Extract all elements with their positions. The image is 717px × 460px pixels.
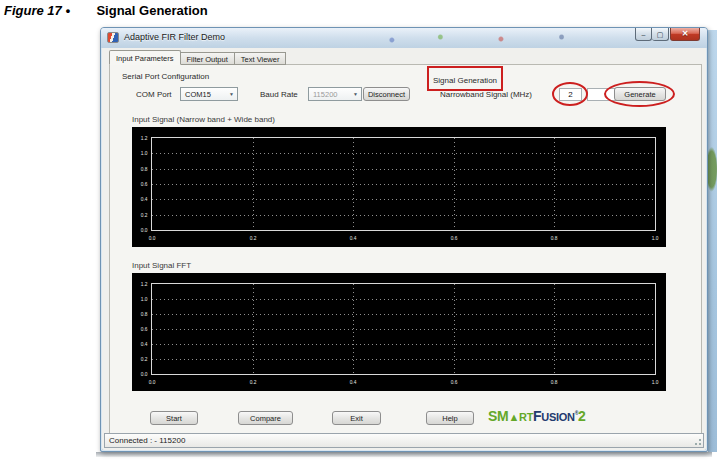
horizontal-gridline [152,299,655,300]
y-axis-tick-label: 1.0 [136,297,148,302]
maximize-button[interactable]: ▢ [652,28,669,41]
y-axis-tick-label: 0.4 [136,342,148,347]
exit-button[interactable]: Exit [332,411,381,425]
serial-port-config-label: Serial Port Configuration [122,72,209,81]
x-axis-tick-label: 0.4 [350,236,357,241]
help-button[interactable]: Help [426,411,474,425]
logo-text-2: 2 [578,408,586,424]
vertical-gridline [253,138,254,230]
x-axis-tick-label: 0.0 [149,380,156,385]
window-titlebar[interactable]: Adaptive FIR Filter Demo – ▢ ✕ [101,28,707,48]
annotation-circle-value [552,82,588,106]
vertical-gridline [454,284,455,374]
app-window: Adaptive FIR Filter Demo – ▢ ✕ Input Par… [100,27,708,452]
smartfusion2-logo: SM▲RTFUSION®2 [488,407,586,425]
x-axis-tick-label: 0.8 [551,236,558,241]
vertical-gridline [253,284,254,374]
start-button[interactable]: Start [150,411,198,425]
x-axis-tick-label: 0.6 [450,236,457,241]
logo-text-sm: SM [488,408,508,424]
vertical-gridline [554,138,555,230]
y-axis-tick-label: 0.0 [136,372,148,377]
figure-page: Figure 17 • Signal Generation Adaptive F… [0,0,717,460]
horizontal-gridline [152,215,655,216]
y-axis-tick-label: 0.8 [136,166,148,171]
y-axis-tick-label: 0.2 [136,212,148,217]
vertical-gridline [554,284,555,374]
horizontal-gridline [152,344,655,345]
horizontal-gridline [152,199,655,200]
x-axis-tick-label: 0.6 [450,380,457,385]
vertical-gridline [353,138,354,230]
y-axis-tick-label: 0.6 [136,327,148,332]
x-axis-tick-label: 1.0 [652,380,659,385]
horizontal-gridline [152,329,655,330]
baud-rate-label: Baud Rate [260,90,298,99]
plot-frame: 1.21.00.80.60.40.20.00.00.20.40.60.81.0 [151,137,656,231]
window-title: Adaptive FIR Filter Demo [124,32,225,42]
triangle-icon: ▲ [508,411,519,423]
horizontal-gridline [152,184,655,185]
logo-text-usion: USION [541,411,574,423]
close-button[interactable]: ✕ [670,28,700,41]
x-axis-tick-label: 0.2 [249,380,256,385]
x-axis-tick-label: 0.0 [149,236,156,241]
tab-input-parameters[interactable]: Input Parameters [109,50,181,65]
com-port-label: COM Port [136,90,172,99]
y-axis-tick-label: 1.0 [136,151,148,156]
chevron-down-icon: ▼ [350,91,361,97]
status-bar: Connected : - 115200 [104,433,704,448]
baud-rate-select[interactable]: 115200 ▼ [308,87,362,101]
maximize-icon: ▢ [657,31,664,38]
app-icon [107,32,119,43]
disconnect-button[interactable]: Disconnect [363,87,410,101]
figure-caption: Figure 17 • Signal Generation [4,1,208,19]
x-axis-tick-label: 0.8 [551,380,558,385]
window-shadow [96,452,712,457]
window-body: Input Parameters Filter Output Text View… [102,48,706,450]
desktop-background-strip [708,30,717,452]
y-axis-tick-label: 0.6 [136,182,148,187]
resize-grip[interactable] [693,437,702,446]
vertical-gridline [454,138,455,230]
figure-number: Figure 17 • [4,3,70,18]
tab-bar: Input Parameters Filter Output Text View… [109,50,286,65]
tab-text-viewer[interactable]: Text Viewer [235,52,287,65]
plot-frame: 1.21.00.80.60.40.20.00.00.20.40.60.81.0 [151,283,656,375]
input-signal-plot-label: Input Signal (Narrow band + Wide band) [132,115,275,124]
signal-generation-label: Signal Generation [433,76,497,85]
y-axis-tick-label: 0.4 [136,197,148,202]
input-signal-plot: 1.21.00.80.60.40.20.00.00.20.40.60.81.0 [132,127,666,247]
horizontal-gridline [152,169,655,170]
status-text: Connected : - 115200 [105,436,185,445]
tab-filter-output[interactable]: Filter Output [181,52,235,65]
signal-generation-annotation-box: Signal Generation [427,66,503,91]
narrowband-signal-label: Narrowband Signal (MHz) [440,90,532,99]
fft-plot: 1.21.00.80.60.40.20.00.00.20.40.60.81.0 [132,273,666,391]
com-port-value: COM15 [181,90,226,99]
x-axis-tick-label: 0.4 [350,380,357,385]
fft-plot-label: Input Signal FFT [132,261,191,270]
logo-text-rt: RT [519,411,533,423]
compare-button[interactable]: Compare [238,411,293,425]
y-axis-tick-label: 0.8 [136,312,148,317]
horizontal-gridline [152,153,655,154]
horizontal-gridline [152,314,655,315]
x-axis-tick-label: 0.2 [249,236,256,241]
chevron-down-icon: ▼ [226,91,237,97]
vertical-gridline [353,284,354,374]
com-port-select[interactable]: COM15 ▼ [180,87,238,101]
figure-title: Signal Generation [96,3,207,18]
window-controls: – ▢ ✕ [635,28,700,41]
horizontal-gridline [152,359,655,360]
x-axis-tick-label: 1.0 [652,236,659,241]
minimize-icon: – [642,31,646,38]
y-axis-tick-label: 1.2 [136,136,148,141]
tab-panel: Serial Port Configuration Signal Generat… [109,64,702,435]
annotation-ellipse-generate [604,81,675,107]
close-icon: ✕ [682,30,689,38]
y-axis-tick-label: 0.2 [136,357,148,362]
y-axis-tick-label: 0.0 [136,228,148,233]
minimize-button[interactable]: – [635,28,652,41]
baud-rate-value: 115200 [309,90,350,99]
